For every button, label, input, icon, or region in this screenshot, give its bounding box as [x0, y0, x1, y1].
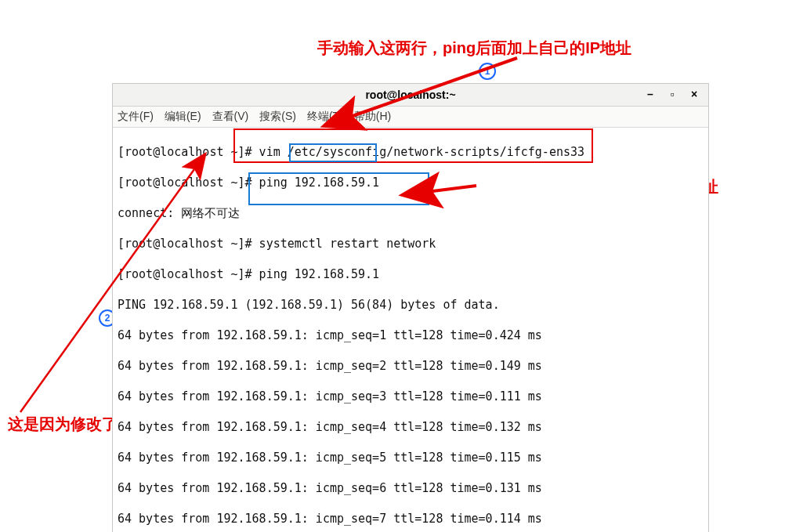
- menu-help[interactable]: 帮助(H): [354, 110, 391, 124]
- term-line: 64 bytes from 192.168.59.1: icmp_seq=4 t…: [118, 420, 704, 436]
- menubar: 文件(F) 编辑(E) 查看(V) 搜索(S) 终端(T) 帮助(H): [113, 107, 708, 128]
- term-line: 64 bytes from 192.168.59.1: icmp_seq=5 t…: [118, 451, 704, 466]
- term-line: [root@localhost ~]# vim /etc/sysconfig/n…: [118, 145, 704, 161]
- maximize-button[interactable]: ▫: [663, 88, 682, 102]
- menu-search[interactable]: 搜索(S): [259, 110, 296, 124]
- menu-edit[interactable]: 编辑(E): [165, 110, 201, 124]
- term-line: [root@localhost ~]# ping 192.168.59.1: [118, 176, 704, 191]
- menu-view[interactable]: 查看(V): [212, 110, 249, 124]
- marker-1: 1: [479, 63, 496, 80]
- term-line: 64 bytes from 192.168.59.1: icmp_seq=2 t…: [118, 359, 704, 375]
- menu-file[interactable]: 文件(F): [118, 110, 154, 124]
- minimize-button[interactable]: –: [641, 88, 660, 102]
- close-button[interactable]: ×: [685, 88, 704, 102]
- term-line: [root@localhost ~]# systemctl restart ne…: [118, 237, 704, 252]
- term-line: connect: 网络不可达: [118, 206, 704, 222]
- terminal-body[interactable]: [root@localhost ~]# vim /etc/sysconfig/n…: [113, 128, 708, 532]
- menu-terminal[interactable]: 终端(T): [307, 110, 343, 124]
- window-title: root@localhost:~: [365, 89, 455, 101]
- term-line: PING 192.168.59.1 (192.168.59.1) 56(84) …: [118, 298, 704, 313]
- term-line: 64 bytes from 192.168.59.1: icmp_seq=1 t…: [118, 328, 704, 344]
- term-line: [root@localhost ~]# ping 192.168.59.1: [118, 267, 704, 283]
- term-line: 64 bytes from 192.168.59.1: icmp_seq=7 t…: [118, 512, 704, 527]
- term-line: 64 bytes from 192.168.59.1: icmp_seq=3 t…: [118, 389, 704, 405]
- term-line: 64 bytes from 192.168.59.1: icmp_seq=6 t…: [118, 481, 704, 497]
- terminal-window: root@localhost:~ – ▫ × 文件(F) 编辑(E) 查看(V)…: [112, 83, 709, 532]
- annotation-top: 手动输入这两行，ping后面加上自己的IP地址: [317, 38, 631, 59]
- titlebar[interactable]: root@localhost:~ – ▫ ×: [113, 84, 708, 107]
